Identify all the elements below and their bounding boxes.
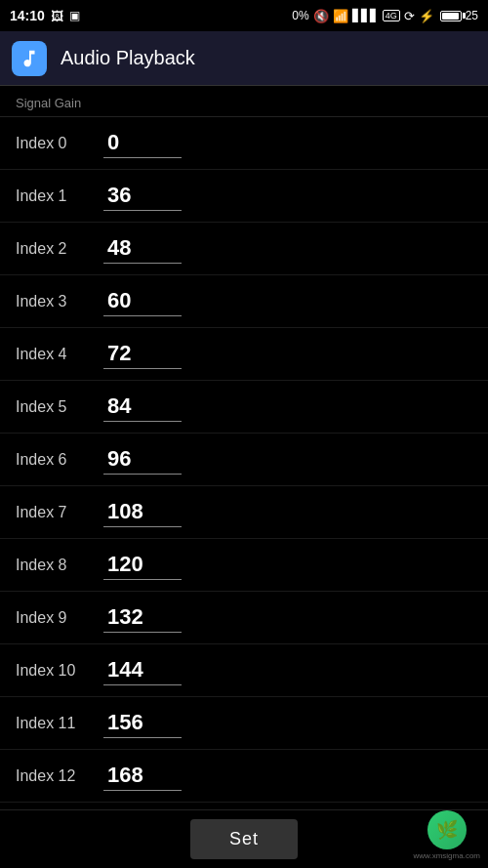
index-row: Index 5 xyxy=(0,381,488,434)
index-input-10[interactable] xyxy=(103,655,182,685)
battery-percent: 25 xyxy=(466,9,478,22)
index-row: Index 12 xyxy=(0,750,488,803)
index-input-7[interactable] xyxy=(103,497,182,527)
index-row: Index 9 xyxy=(0,592,488,644)
index-input-4[interactable] xyxy=(103,339,182,369)
status-time: 14:10 xyxy=(10,8,45,23)
watermark-text: www.xmsigma.com xyxy=(414,851,480,860)
index-input-5[interactable] xyxy=(103,392,182,422)
content-area[interactable]: Signal Gain Index 0Index 1Index 2Index 3… xyxy=(0,86,488,809)
index-row: Index 0 xyxy=(0,117,488,170)
index-input-9[interactable] xyxy=(103,602,182,633)
index-row: Index 8 xyxy=(0,539,488,592)
index-label: Index 7 xyxy=(16,504,103,521)
status-left: 14:10 🖼 ▣ xyxy=(10,8,80,23)
index-label: Index 9 xyxy=(16,609,103,627)
status-right: 0% 🔇 📶 ▋▋▋ 4G ⟳ ⚡ 25 xyxy=(292,9,478,23)
app-title: Audio Playback xyxy=(61,47,195,69)
mute-icon: 🔇 xyxy=(313,9,329,23)
index-row: Index 6 xyxy=(0,434,488,486)
index-label: Index 2 xyxy=(16,240,103,258)
section-label: Signal Gain xyxy=(0,90,488,117)
index-label: Index 4 xyxy=(16,346,103,363)
index-label: Index 8 xyxy=(16,557,103,574)
index-input-12[interactable] xyxy=(103,761,182,791)
index-label: Index 1 xyxy=(16,187,103,205)
index-label: Index 10 xyxy=(16,662,103,680)
index-rows-container: Index 0Index 1Index 2Index 3Index 4Index… xyxy=(0,117,488,809)
index-row: Index 4 xyxy=(0,328,488,381)
index-row: Index 7 xyxy=(0,486,488,539)
index-label: Index 3 xyxy=(16,293,103,310)
signal-bars-icon: ▋▋▋ xyxy=(352,9,379,22)
watermark-logo: 🌿 xyxy=(427,810,467,849)
index-row: Index 10 xyxy=(0,644,488,697)
status-bar: 14:10 🖼 ▣ 0% 🔇 📶 ▋▋▋ 4G ⟳ ⚡ 25 xyxy=(0,0,488,31)
index-input-11[interactable] xyxy=(103,708,182,738)
index-row: Index 11 xyxy=(0,697,488,750)
battery-icon xyxy=(440,11,462,21)
sync-icon: ⟳ xyxy=(404,9,415,23)
index-label: Index 0 xyxy=(16,135,103,152)
index-input-1[interactable] xyxy=(103,181,182,211)
data-icon: 0% xyxy=(292,9,308,22)
index-row: Index 1 xyxy=(0,170,488,223)
index-label: Index 11 xyxy=(16,715,103,732)
network-icon: 4G xyxy=(383,10,400,21)
app-header: Audio Playback xyxy=(0,31,488,86)
bolt-icon: ⚡ xyxy=(419,9,434,23)
index-input-0[interactable] xyxy=(103,128,182,158)
index-row: Index 2 xyxy=(0,223,488,275)
index-input-3[interactable] xyxy=(103,286,182,316)
watermark: 🌿 www.xmsigma.com xyxy=(414,810,480,860)
index-label: Index 12 xyxy=(16,767,103,785)
notification-icon: ▣ xyxy=(69,9,80,22)
set-button[interactable]: Set xyxy=(190,819,298,859)
index-input-2[interactable] xyxy=(103,233,182,264)
index-row: Index 3 xyxy=(0,275,488,328)
index-label: Index 5 xyxy=(16,398,103,416)
image-icon: 🖼 xyxy=(51,9,63,23)
index-label: Index 6 xyxy=(16,451,103,469)
index-input-8[interactable] xyxy=(103,550,182,580)
app-icon xyxy=(12,41,47,76)
index-row: Index 13 xyxy=(0,803,488,809)
index-input-6[interactable] xyxy=(103,444,182,475)
audio-icon xyxy=(19,48,40,69)
wifi-icon: 📶 xyxy=(333,9,348,23)
